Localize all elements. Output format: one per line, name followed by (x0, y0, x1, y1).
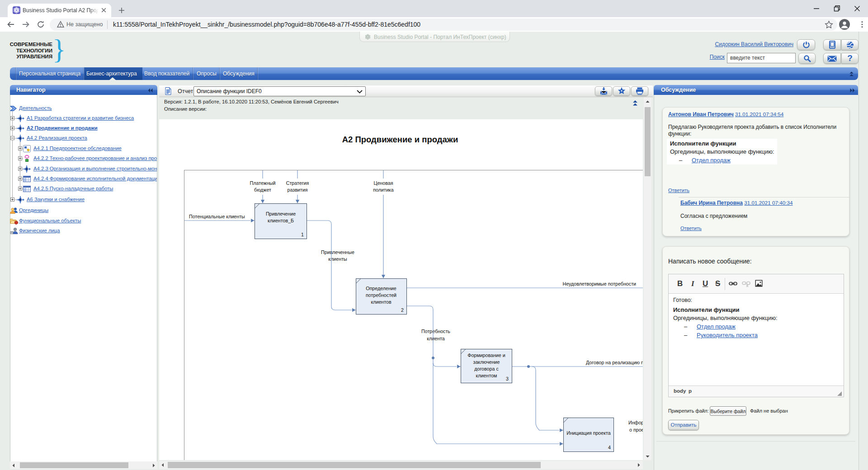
svg-text:Формирование и: Формирование и (467, 352, 505, 358)
svg-text:3: 3 (506, 376, 509, 381)
svg-text:заключение: заключение (473, 359, 500, 365)
svg-text:клиентов: клиентов (371, 299, 392, 305)
svg-text:потребностей: потребностей (366, 292, 396, 298)
svg-text:клиента: клиента (427, 336, 445, 341)
svg-text:Инициация проекта: Инициация проекта (566, 430, 611, 436)
svg-text:Платежный: Платежный (250, 180, 276, 186)
svg-text:Ценовая: Ценовая (374, 180, 393, 186)
svg-text:Потребность: Потребность (421, 329, 450, 334)
svg-text:бюджет: бюджет (254, 187, 271, 193)
svg-text:Определение: Определение (366, 286, 396, 291)
svg-text:о проекте: о проекте (629, 427, 643, 432)
svg-text:Потенциальные клиенты: Потенциальные клиенты (189, 214, 245, 219)
svg-text:1: 1 (301, 232, 304, 237)
svg-text:Привлеченные: Привлеченные (321, 249, 354, 255)
svg-text:Стратегия: Стратегия (286, 180, 309, 186)
svg-text:А2 Продвижение и продажи: А2 Продвижение и продажи (342, 135, 458, 144)
svg-text:Привлечение: Привлечение (266, 211, 296, 216)
svg-text:4: 4 (608, 445, 611, 450)
svg-text:развития: развития (288, 187, 308, 193)
svg-text:клиентов_Б: клиентов_Б (268, 218, 294, 223)
svg-text:договора с: договора с (474, 366, 499, 371)
svg-text:политика: политика (373, 187, 393, 193)
svg-text:Неудовлетворимые потребности: Неудовлетворимые потребности (562, 281, 636, 287)
svg-text:Информация: Информация (628, 420, 643, 425)
svg-text:Договор на реализацию проекта: Договор на реализацию проекта (586, 360, 643, 365)
svg-text:клиентом: клиентом (476, 373, 497, 378)
svg-text:2: 2 (401, 307, 404, 313)
